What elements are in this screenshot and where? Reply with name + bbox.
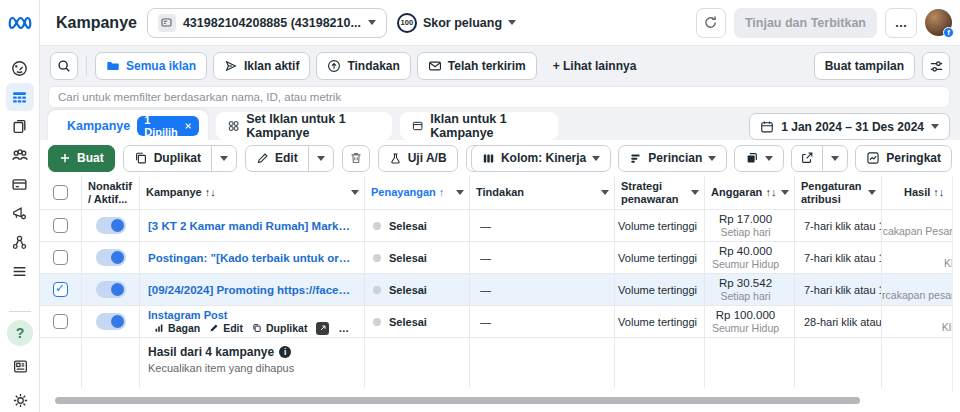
campaign-link[interactable]: Instagram Post — [148, 309, 356, 321]
sidebar-item-pages[interactable] — [6, 112, 34, 140]
sidebar-item-audiences[interactable] — [6, 141, 34, 169]
active-toggle[interactable] — [96, 313, 126, 330]
create-button[interactable]: Buat — [48, 145, 115, 172]
campaign-name-cell[interactable]: [09/24/2024] Promoting https://facebook.… — [140, 274, 365, 306]
help-icon[interactable]: ? — [7, 320, 33, 346]
view-settings-button[interactable] — [922, 52, 950, 80]
row-checkbox[interactable] — [53, 314, 68, 329]
active-toggle[interactable] — [96, 249, 126, 266]
duplicate-menu-button[interactable] — [211, 146, 236, 171]
review-publish-button[interactable]: Tinjau dan Terbitkan — [734, 8, 877, 38]
sidebar-item-ads-settings[interactable] — [6, 199, 34, 227]
chevron-down-icon[interactable] — [691, 190, 699, 195]
info-icon[interactable] — [279, 346, 291, 358]
header-campaign[interactable]: Kampanye ↑↓ — [140, 176, 365, 210]
meta-logo[interactable] — [0, 0, 40, 46]
header-results[interactable]: Hasil ↑↓ — [882, 176, 960, 210]
row-toggle-cell[interactable] — [82, 306, 140, 338]
header-attribution[interactable]: Pengaturan atribusi — [795, 176, 882, 210]
chevron-down-icon[interactable] — [351, 190, 359, 195]
header-action[interactable]: Tindakan — [470, 176, 615, 210]
refresh-button[interactable] — [696, 8, 726, 38]
row-checkbox[interactable] — [53, 250, 68, 265]
filter-chip-actions[interactable]: Tindakan — [316, 52, 410, 80]
tab-ads[interactable]: Iklan untuk 1 Kampanye — [400, 112, 558, 140]
select-all-checkbox[interactable] — [53, 185, 68, 200]
results-cell: Klik Tautan — [882, 306, 960, 338]
delete-button[interactable] — [342, 145, 370, 172]
row-select-cell[interactable] — [40, 210, 82, 242]
columns-dropdown[interactable]: Kolom: Kinerja — [471, 145, 611, 172]
header-bid-strategy[interactable]: Strategi penawaran — [615, 176, 705, 210]
campaign-link[interactable]: [09/24/2024] Promoting https://facebook.… — [148, 284, 356, 296]
sidebar-item-settings[interactable] — [6, 386, 34, 412]
edit-row-action[interactable]: Edit — [209, 322, 243, 334]
row-checkbox[interactable] — [53, 218, 68, 233]
rank-button[interactable]: Peringkat — [855, 145, 952, 172]
row-toggle-cell[interactable] — [82, 210, 140, 242]
filter-chip-delivered[interactable]: Telah terkirim — [417, 52, 537, 80]
edit-button[interactable]: Edit — [246, 146, 308, 171]
export-button[interactable] — [792, 146, 822, 171]
sidebar-item-all-tools[interactable] — [6, 257, 34, 285]
row-checkbox-checked[interactable] — [53, 282, 68, 297]
row-toggle-cell[interactable] — [82, 242, 140, 274]
horizontal-scrollbar-thumb[interactable] — [55, 397, 860, 404]
campaign-link[interactable]: Postingan: "[Kado terbaik untuk orang ya… — [148, 252, 356, 264]
header-budget[interactable]: Anggaran ↑↓ — [705, 176, 795, 210]
tab-campaigns[interactable]: Kampanye 1 Dipilih — [48, 110, 208, 142]
row-toggle-cell[interactable] — [82, 274, 140, 306]
campaign-name-cell[interactable]: Instagram Post Bagan Edit Duplikat … — [140, 306, 365, 338]
ab-test-button[interactable]: Uji A/B — [378, 145, 458, 172]
opportunity-score-dropdown[interactable]: 100 Skor peluang — [397, 13, 516, 33]
row-select-cell[interactable] — [40, 274, 82, 306]
left-sidebar: ? — [0, 0, 40, 412]
header-select-all[interactable] — [40, 176, 82, 210]
date-range-picker[interactable]: 1 Jan 2024 – 31 Des 2024 — [749, 113, 950, 140]
chevron-down-icon — [931, 124, 939, 129]
campaign-name-cell[interactable]: Postingan: "[Kado terbaik untuk orang ya… — [140, 242, 365, 274]
breakdown-dropdown[interactable]: Perincian — [618, 145, 727, 172]
filter-chip-see-more[interactable]: + Lihat lainnya — [543, 52, 647, 80]
row-select-cell[interactable] — [40, 306, 82, 338]
sidebar-item-billing[interactable] — [6, 170, 34, 198]
chevron-down-icon[interactable] — [456, 190, 464, 195]
more-options-button[interactable]: … — [885, 8, 917, 38]
sidebar-item-account-overview[interactable] — [6, 54, 34, 82]
row-select-cell[interactable] — [40, 242, 82, 274]
vertical-scrollbar-track[interactable] — [952, 176, 960, 392]
chevron-down-icon[interactable] — [868, 190, 876, 195]
campaign-link[interactable]: [3 KT 2 Kamar mandi Rumah] Marketplace l… — [148, 220, 356, 232]
campaigns-table-card: Buat Duplikat Edit Uji A/B Lain — [40, 140, 960, 392]
status-dot-icon — [373, 318, 381, 326]
search-input[interactable] — [48, 86, 950, 108]
chevron-down-icon[interactable] — [781, 190, 789, 195]
avatar[interactable]: f — [925, 9, 952, 36]
sidebar-item-campaigns[interactable] — [6, 83, 34, 111]
active-toggle[interactable] — [96, 217, 126, 234]
search-filter-button[interactable] — [50, 52, 78, 80]
campaign-name-cell[interactable]: [3 KT 2 Kamar mandi Rumah] Marketplace l… — [140, 210, 365, 242]
duplicate-row-action[interactable]: Duplikat — [252, 322, 307, 334]
ad-account-selector[interactable]: 431982104208885 (43198210... — [147, 8, 387, 38]
sidebar-item-business-assets[interactable] — [6, 228, 34, 256]
filter-chip-all-ads[interactable]: Semua iklan — [95, 52, 207, 80]
filter-chip-label: + Lihat lainnya — [553, 59, 637, 73]
chevron-down-icon[interactable] — [601, 190, 609, 195]
active-toggle[interactable] — [96, 281, 126, 298]
close-icon[interactable] — [185, 122, 192, 130]
create-view-button[interactable]: Buat tampilan — [814, 52, 915, 80]
reports-dropdown[interactable] — [734, 145, 784, 172]
pin-chart-action[interactable] — [316, 322, 329, 335]
filter-chip-active-ads[interactable]: Iklan aktif — [213, 52, 310, 80]
sidebar-item-updates[interactable] — [6, 352, 34, 380]
selected-count-badge[interactable]: 1 Dipilih — [137, 116, 199, 136]
export-menu-button[interactable] — [822, 146, 847, 171]
header-delivery[interactable]: Penayangan ↑ — [365, 176, 470, 210]
duplicate-button[interactable]: Duplikat — [124, 146, 211, 171]
row-more-action[interactable]: … — [338, 322, 350, 334]
tab-adsets[interactable]: Set Iklan untuk 1 Kampanye — [216, 112, 392, 140]
campaigns-table: Nonaktif / Aktif... Kampanye ↑↓ Penayang… — [40, 176, 960, 392]
view-charts-action[interactable]: Bagan — [154, 322, 200, 334]
edit-menu-button[interactable] — [308, 146, 333, 171]
